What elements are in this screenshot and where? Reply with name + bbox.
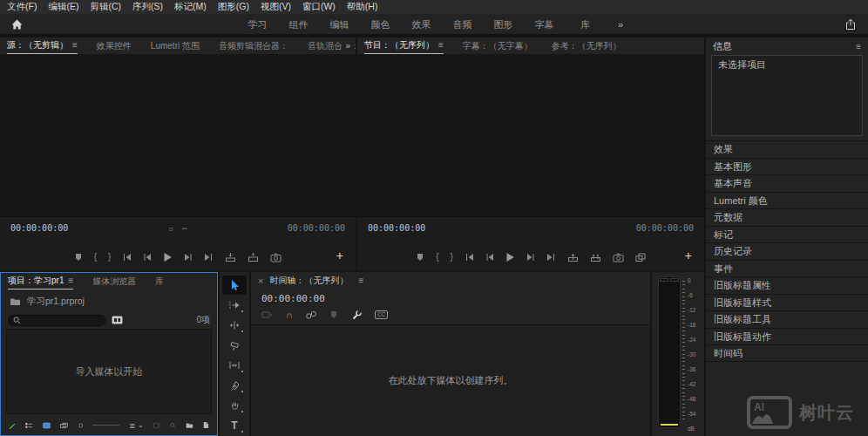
captions-icon[interactable]: CC (375, 310, 388, 320)
tab-captions[interactable]: 字幕：（无字幕） (463, 40, 532, 52)
sort-icon[interactable]: ≡ ⌄ (129, 420, 143, 431)
panel-menu-icon[interactable]: ≡ (358, 276, 363, 285)
tab-overflow-icon[interactable]: » (342, 37, 350, 54)
workspace-tab-editing[interactable]: 编辑 (319, 14, 360, 36)
rail-item-essential-sound[interactable]: 基本声音 (706, 174, 868, 192)
tab-program[interactable]: 节目：（无序列）≡ (364, 39, 444, 52)
rail-item-effects[interactable]: 效果 (706, 140, 868, 158)
add-marker-icon[interactable] (416, 253, 424, 262)
search-input[interactable] (8, 315, 105, 326)
rail-item-timecode[interactable]: 时间码 (706, 344, 868, 362)
panel-menu-icon[interactable]: ≡ (438, 40, 444, 50)
rail-item-lumetri-color[interactable]: Lumetri 颜色 (706, 192, 868, 209)
play-icon[interactable] (163, 252, 173, 262)
fit-select-icon[interactable]: ▫ (169, 224, 173, 233)
rail-item-history[interactable]: 历史记录 (706, 242, 868, 260)
rail-item-markers[interactable]: 标记 (706, 226, 868, 243)
list-view-icon[interactable] (25, 421, 33, 430)
button-editor-icon[interactable]: + (685, 249, 692, 262)
export-frame-icon[interactable] (270, 253, 281, 262)
close-icon[interactable]: × (258, 276, 263, 286)
rail-item-events[interactable]: 事件 (706, 260, 868, 277)
rail-item-legacy-title-properties[interactable]: 旧版标题属性 (706, 276, 868, 294)
slip-tool[interactable] (222, 356, 247, 375)
automate-to-sequence-icon[interactable] (153, 421, 161, 430)
rail-item-legacy-title-styles[interactable]: 旧版标题样式 (706, 294, 868, 311)
tab-audio-clip-mixer[interactable]: 音频剪辑混合器： (219, 40, 288, 52)
menu-window[interactable]: 窗口(W) (302, 1, 336, 13)
step-forward-icon[interactable] (184, 253, 193, 262)
tab-libraries[interactable]: 库 (155, 276, 164, 288)
project-empty-area[interactable]: 导入媒体以开始 (6, 329, 212, 414)
tab-lumetri-scopes[interactable]: Lumetri 范围 (151, 40, 200, 52)
menu-file[interactable]: 文件(F) (7, 1, 37, 13)
play-icon[interactable] (505, 252, 515, 262)
ripple-edit-tool[interactable] (222, 316, 247, 335)
timeline-timecode[interactable]: 00:00:00:00 (261, 293, 325, 304)
menu-graphics[interactable]: 图形(G) (218, 1, 249, 13)
tab-source[interactable]: 源：（无剪辑）≡ (7, 39, 78, 52)
add-marker-icon[interactable] (329, 310, 338, 319)
tab-timeline-label[interactable]: 时间轴：（无序列） (269, 275, 348, 287)
new-bin-icon[interactable] (186, 421, 193, 430)
goto-out-icon[interactable] (546, 253, 556, 262)
home-icon[interactable] (10, 18, 24, 31)
snap-icon[interactable]: ∩ (286, 310, 293, 320)
settings-more-icon[interactable]: ⋯ (182, 224, 186, 233)
tab-reference[interactable]: 参考：（无序列） (552, 40, 621, 52)
goto-in-icon[interactable] (122, 253, 132, 262)
overwrite-icon[interactable] (248, 253, 259, 262)
workspace-tab-learning[interactable]: 学习 (237, 14, 278, 36)
menu-sequence[interactable]: 序列(S) (132, 1, 163, 13)
zoom-slider-track[interactable] (92, 425, 119, 426)
rail-item-legacy-title-actions[interactable]: 旧版标题动作 (706, 328, 868, 345)
comparison-view-icon[interactable] (635, 253, 646, 262)
workspace-overflow-icon[interactable]: » (618, 14, 623, 36)
workspace-tab-graphics[interactable]: 图形 (483, 14, 524, 36)
workspace-tab-effects[interactable]: 效果 (401, 14, 442, 36)
workspace-tab-assembly[interactable]: 组件 (278, 14, 319, 36)
selection-tool[interactable] (222, 276, 247, 295)
export-icon[interactable] (844, 18, 857, 31)
export-frame-icon[interactable] (613, 253, 624, 262)
goto-out-icon[interactable] (204, 253, 214, 262)
tab-project[interactable]: 项目：学习pr1≡ (8, 275, 73, 288)
tab-effect-controls[interactable]: 效果控件 (97, 40, 132, 52)
linked-selection-icon[interactable] (306, 310, 316, 320)
panel-menu-icon[interactable]: ≡ (856, 42, 861, 51)
menu-marker[interactable]: 标记(M) (174, 1, 207, 13)
rail-item-metadata[interactable]: 元数据 (706, 208, 868, 226)
zoom-slider-handle[interactable] (78, 422, 83, 429)
add-marker-icon[interactable] (74, 253, 83, 262)
menu-clip[interactable]: 剪辑(C) (90, 1, 121, 13)
razor-tool[interactable] (222, 336, 247, 355)
rail-item-essential-graphics[interactable]: 基本图形 (706, 158, 868, 175)
mark-out-icon[interactable]: } (451, 253, 453, 262)
icon-view-icon[interactable] (43, 421, 51, 430)
timeline-drop-area[interactable]: 在此处放下媒体以创建序列。 (251, 324, 650, 436)
step-back-icon[interactable] (143, 253, 152, 262)
menu-view[interactable]: 视图(V) (261, 1, 291, 13)
mark-out-icon[interactable]: } (108, 253, 111, 262)
rail-item-legacy-title-tools[interactable]: 旧版标题工具 (706, 310, 868, 328)
menu-edit[interactable]: 编辑(E) (48, 1, 78, 13)
project-file-row[interactable]: 学习pr1.prproj (1, 290, 217, 308)
new-item-icon[interactable] (203, 420, 209, 430)
panel-menu-icon[interactable]: ≡ (68, 276, 73, 285)
pen-tool[interactable] (222, 376, 247, 395)
goto-in-icon[interactable] (465, 253, 474, 262)
step-back-icon[interactable] (485, 253, 494, 262)
workspace-tab-color[interactable]: 颜色 (360, 14, 401, 36)
lift-icon[interactable] (567, 253, 579, 262)
button-editor-icon[interactable]: + (336, 249, 343, 262)
menu-help[interactable]: 帮助(H) (347, 1, 378, 13)
type-tool[interactable]: T (222, 416, 247, 435)
freeform-view-icon[interactable] (60, 421, 69, 430)
panel-menu-icon[interactable]: ≡ (72, 40, 78, 50)
insert-icon[interactable] (225, 253, 236, 262)
workspace-tab-captions[interactable]: 字幕 (524, 14, 565, 36)
workspace-tab-libraries[interactable]: 库 (565, 14, 606, 36)
workspace-tab-audio[interactable]: 音频 (442, 14, 483, 36)
find-icon[interactable] (170, 421, 176, 430)
project-writable-icon[interactable] (9, 420, 16, 431)
